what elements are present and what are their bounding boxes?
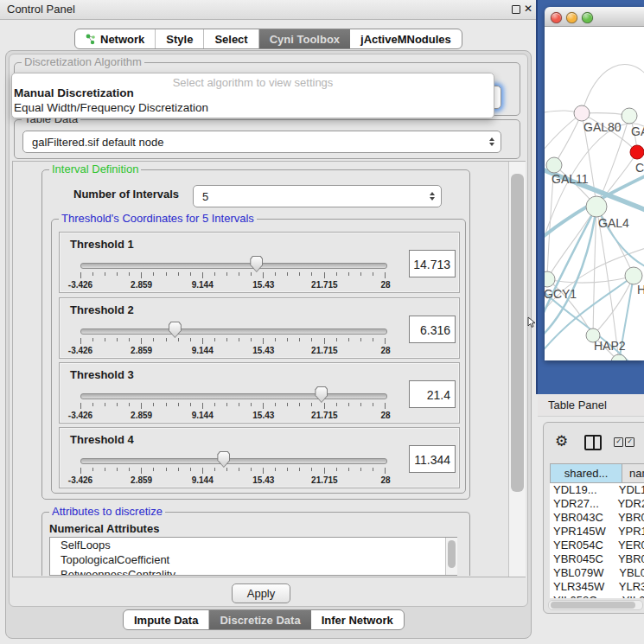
- table-row[interactable]: YBR045CYBR0: [550, 552, 644, 566]
- combo-arrows-icon: [489, 137, 494, 146]
- columns-icon[interactable]: [584, 435, 602, 450]
- scrollbar-thumb[interactable]: [551, 602, 635, 609]
- tab-impute-data[interactable]: Impute Data: [124, 610, 209, 629]
- table-row[interactable]: YBL079WYBL0: [550, 566, 644, 580]
- slider-tick: [92, 468, 93, 471]
- slider-tick: [336, 272, 337, 276]
- window-title: Control Panel: [7, 3, 75, 16]
- table-row[interactable]: YPR145WYPR1: [550, 525, 644, 539]
- column-header-shared[interactable]: shared...: [550, 463, 622, 483]
- slider-tick: [263, 468, 264, 474]
- network-canvas[interactable]: GAL80GACGAL11GAL4GCY1HHAP2: [545, 27, 644, 360]
- slider-ticks: [80, 468, 386, 475]
- network-node[interactable]: [586, 196, 607, 217]
- network-edge[interactable]: [554, 113, 582, 165]
- network-node[interactable]: [622, 108, 637, 124]
- slider-tick-label: -3.426: [68, 475, 92, 485]
- tab-style[interactable]: Style: [156, 29, 204, 48]
- tab-discretize-data[interactable]: Discretize Data: [209, 610, 310, 629]
- slider-tick: [117, 468, 118, 471]
- threshold-value-field[interactable]: 21.4: [409, 380, 456, 408]
- algorithm-option-manual[interactable]: Manual Discretization: [14, 86, 134, 99]
- slider-track[interactable]: [80, 263, 387, 269]
- numerical-attributes-list[interactable]: SelfLoopsTopologicalCoefficientBetweenne…: [49, 537, 457, 576]
- slider-tick: [178, 338, 179, 341]
- slider-tick-label: 15.43: [252, 346, 274, 355]
- slider-tick-label: 21.715: [311, 475, 338, 485]
- tab-network[interactable]: Network: [75, 29, 156, 48]
- tab-infer-network[interactable]: Infer Network: [311, 610, 404, 629]
- slider-track[interactable]: [80, 458, 387, 464]
- checkbox-icon[interactable]: ✓: [614, 437, 623, 447]
- slider-tick: [214, 338, 215, 341]
- settings-vertical-scrollbar[interactable]: [508, 162, 526, 577]
- column-header-name[interactable]: name: [622, 463, 644, 483]
- scrollbar-thumb[interactable]: [448, 540, 456, 568]
- network-node[interactable]: [630, 145, 644, 159]
- slider-thumb[interactable]: [217, 451, 230, 468]
- threshold-value-field[interactable]: 11.344: [409, 445, 456, 473]
- slider-tick: [299, 403, 300, 406]
- slider-tick-label: 15.43: [252, 475, 274, 485]
- minimize-traffic-light[interactable]: [566, 12, 577, 23]
- tab-cyni-toolbox-label: Cyni Toolbox: [270, 33, 340, 46]
- cell-name: YBR0: [615, 511, 644, 525]
- network-edge[interactable]: [545, 113, 582, 155]
- table-row[interactable]: YDL19...YDL1: [550, 483, 644, 497]
- attribute-list-item[interactable]: TopologicalCoefficient: [50, 552, 456, 567]
- network-view-window[interactable]: GAL80GACGAL11GAL4GCY1HHAP2: [545, 7, 644, 360]
- slider-tick: [214, 272, 215, 276]
- slider-thumb[interactable]: [169, 322, 182, 338]
- slider-tick: [92, 338, 93, 341]
- slider-tick: [141, 272, 142, 278]
- table-data-combobox[interactable]: galFiltered.sif default node: [22, 131, 501, 153]
- slider-tick: [153, 272, 154, 276]
- table-row[interactable]: YBR043CYBR0: [550, 511, 644, 525]
- tab-jactivemnodules-label: jActiveMNodules: [360, 33, 451, 46]
- network-edge[interactable]: [593, 276, 634, 335]
- close-window-icon[interactable]: ✕: [524, 3, 532, 15]
- node-table[interactable]: YDL19...YDL1YDR27...YDR2YBR043CYBR0YPR14…: [550, 483, 644, 598]
- slider-tick: [166, 272, 167, 276]
- checkbox-icon[interactable]: ✓: [625, 437, 634, 447]
- network-node[interactable]: [546, 157, 562, 173]
- threshold-value-field[interactable]: 14.713: [409, 250, 456, 277]
- slider-track[interactable]: [80, 393, 387, 399]
- network-node[interactable]: [611, 354, 627, 360]
- table-row[interactable]: YLR345WYLR3: [550, 580, 644, 594]
- tab-select[interactable]: Select: [204, 29, 258, 48]
- network-node[interactable]: [574, 105, 590, 121]
- algorithm-option-equal-width[interactable]: Equal Width/Frequency Discretization: [14, 101, 208, 114]
- attribute-list-item[interactable]: BetweennessCentrality: [50, 567, 456, 576]
- slider-tick: [202, 272, 203, 278]
- slider-tick: [226, 272, 227, 276]
- zoom-traffic-light[interactable]: [582, 12, 593, 23]
- gear-icon[interactable]: ⚙: [555, 432, 568, 450]
- slider-tick: [324, 403, 325, 409]
- table-row[interactable]: YER054CYER0: [550, 539, 644, 552]
- number-of-intervals-combobox[interactable]: 5: [193, 185, 442, 207]
- float-window-icon[interactable]: [512, 5, 520, 14]
- table-row[interactable]: YDR27...YDR2: [550, 497, 644, 511]
- threshold-value-field[interactable]: 6.316: [409, 316, 456, 343]
- apply-button[interactable]: Apply: [232, 583, 290, 603]
- network-edge[interactable]: [582, 65, 644, 113]
- scrollbar-thumb[interactable]: [511, 174, 524, 492]
- number-of-intervals-label: Number of Intervals: [73, 188, 179, 201]
- tab-cyni-toolbox[interactable]: Cyni Toolbox: [259, 29, 350, 48]
- slider-tick-label: 15.43: [252, 280, 274, 290]
- network-window-titlebar[interactable]: [545, 7, 644, 27]
- slider-track[interactable]: [80, 328, 387, 335]
- attributes-list-scrollbar[interactable]: [445, 538, 457, 575]
- slider-thumb[interactable]: [250, 256, 263, 272]
- table-row[interactable]: YIL052CYIL0: [550, 594, 644, 598]
- slider-tick-label: -3.426: [68, 280, 92, 290]
- tab-select-label: Select: [214, 33, 247, 46]
- attribute-list-item[interactable]: SelfLoops: [50, 538, 456, 552]
- tab-jactivemnodules[interactable]: jActiveMNodules: [350, 29, 462, 48]
- slider-thumb[interactable]: [315, 386, 328, 403]
- tab-style-label: Style: [166, 33, 193, 46]
- close-traffic-light[interactable]: [551, 12, 562, 23]
- table-horizontal-scrollbar[interactable]: [548, 600, 643, 610]
- network-node[interactable]: [625, 267, 642, 284]
